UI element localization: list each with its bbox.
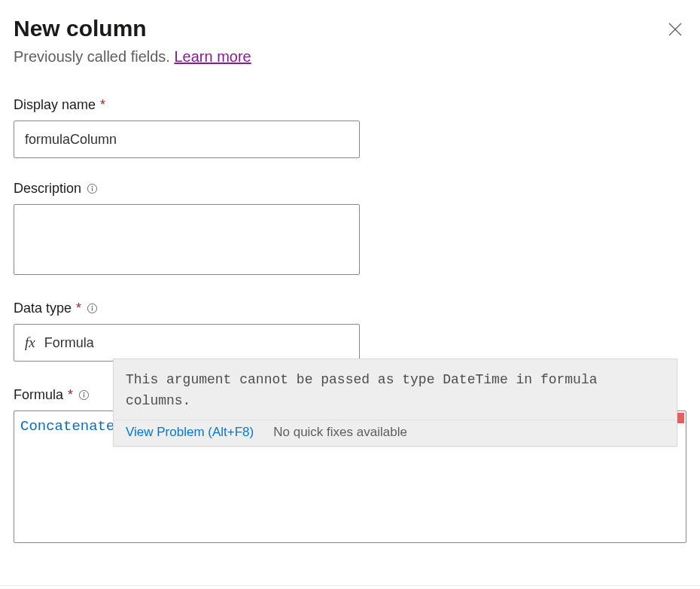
subtitle-text: Previously called fields.	[14, 48, 174, 65]
view-problem-link[interactable]: View Problem (Alt+F8)	[126, 425, 254, 440]
info-icon[interactable]	[86, 303, 98, 315]
svg-rect-10	[83, 394, 84, 397]
required-asterisk: *	[76, 301, 81, 316]
minimap-error-marker	[677, 413, 684, 423]
no-quick-fix-text: No quick fixes available	[273, 425, 407, 440]
svg-rect-7	[92, 307, 93, 310]
description-label-text: Description	[14, 181, 81, 197]
panel-title: New column	[14, 15, 147, 42]
svg-point-3	[91, 186, 93, 188]
data-type-value: Formula	[44, 335, 94, 351]
display-name-label-text: Display name	[14, 97, 96, 113]
panel-subtitle: Previously called fields. Learn more	[14, 48, 686, 66]
description-label: Description	[14, 181, 686, 197]
svg-rect-4	[91, 188, 92, 191]
required-asterisk: *	[100, 97, 105, 113]
svg-point-6	[91, 306, 93, 307]
error-message: This argument cannot be passed as type D…	[114, 359, 677, 420]
close-button[interactable]	[664, 18, 686, 41]
display-name-label: Display name *	[14, 97, 686, 113]
info-icon[interactable]	[86, 183, 98, 195]
token-function: Concatenate	[20, 418, 114, 435]
close-icon	[668, 23, 682, 36]
info-icon[interactable]	[78, 389, 90, 401]
fx-icon: fx	[25, 334, 35, 351]
svg-point-9	[83, 392, 84, 394]
error-tooltip: This argument cannot be passed as type D…	[113, 359, 677, 447]
learn-more-link[interactable]: Learn more	[174, 48, 251, 65]
required-asterisk: *	[68, 387, 73, 403]
formula-label-text: Formula	[14, 387, 63, 403]
description-input[interactable]	[14, 204, 360, 275]
divider	[0, 585, 700, 586]
display-name-input[interactable]	[14, 121, 360, 158]
data-type-label: Data type *	[14, 301, 686, 316]
data-type-label-text: Data type	[14, 301, 72, 316]
data-type-select[interactable]: fx Formula	[14, 324, 360, 362]
